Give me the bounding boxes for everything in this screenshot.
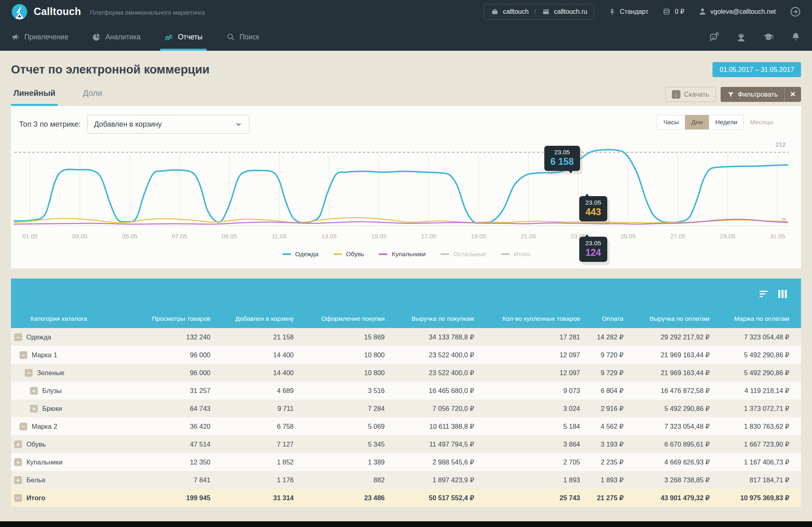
period-button-1[interactable]: Дни: [685, 115, 709, 130]
cell-0: 132 240: [133, 333, 210, 341]
x-axis-labels: 01.0503.0505.0507.0509.0511.0513.0515.05…: [11, 233, 801, 241]
legend-label: Остальные: [453, 251, 486, 258]
cell-3: 23 522 400,0 ₽: [385, 369, 474, 377]
cell-0: 31 257: [133, 387, 210, 395]
cell-6: 29 292 217,92 ₽: [624, 333, 710, 341]
tooltip-date: 23.05: [585, 199, 601, 206]
nav-item-otchety[interactable]: Отчеты: [164, 23, 203, 51]
x-tick-label: 01.05: [22, 233, 38, 240]
cell-2: 10 800: [294, 369, 385, 377]
cell-7: 1 830 763,62 ₽: [710, 423, 789, 430]
chatbot-icon[interactable]: [708, 32, 719, 43]
table-header-cell-4[interactable]: Выручка по покупкам: [385, 315, 474, 322]
collapse-toggle[interactable]: −: [25, 369, 32, 377]
cell-5: 4 562 ₽: [580, 423, 624, 430]
cell-2: 23 486: [294, 494, 385, 502]
download-icon: ↓: [672, 90, 680, 99]
table-row-Брюки: +Брюки64 7439 7117 2847 056 720,0 ₽3 024…: [11, 400, 801, 417]
collapse-toggle[interactable]: −: [19, 351, 27, 359]
nav-item-analitika[interactable]: Аналитика: [92, 23, 141, 51]
cell-3: 23 522 400,0 ₽: [385, 351, 474, 359]
x-tick-label: 19.05: [471, 233, 486, 240]
cell-6: 21 969 163,44 ₽: [624, 369, 710, 377]
cell-4: 5 184: [474, 423, 580, 430]
table-body: −Одежда132 24021 15815 86934 133 788,8 ₽…: [11, 328, 801, 507]
category-label: Марка 1: [32, 351, 57, 359]
table-header-cell-7[interactable]: Выручка по оплатам: [624, 315, 710, 322]
cell-0: 96 000: [133, 369, 210, 377]
cell-3: 50 517 552,4 ₽: [385, 494, 474, 502]
logout-icon[interactable]: [790, 6, 801, 17]
tooltip-value: 124: [585, 247, 601, 258]
cell-4: 12 097: [474, 351, 580, 359]
period-button-2[interactable]: Недели: [709, 115, 744, 130]
download-button[interactable]: ↓ Скачать: [665, 87, 716, 102]
category-label: Итого: [26, 494, 45, 502]
expand-toggle[interactable]: +: [14, 458, 22, 466]
rocket-icon: [608, 8, 616, 16]
cell-4: 25 743: [474, 494, 580, 502]
table-header-cell-5[interactable]: Кол-во купленных товаров: [474, 315, 580, 322]
category-label: Одежда: [26, 333, 51, 341]
plan-menu[interactable]: Стандарт: [608, 8, 649, 16]
collapse-toggle[interactable]: −: [19, 423, 27, 430]
brand[interactable]: Calltouch: [11, 3, 81, 20]
expand-toggle[interactable]: +: [30, 405, 38, 413]
filter-close-button[interactable]: ✕: [784, 87, 801, 102]
legend-item-4[interactable]: Итого: [501, 251, 531, 258]
cell-5: 3 193 ₽: [580, 441, 624, 448]
cell-1: 31 314: [210, 494, 294, 502]
cell-5: 2 916 ₽: [580, 405, 624, 413]
chart-tooltip-2: 23.05124: [579, 237, 607, 262]
table-columns-icon[interactable]: [777, 289, 788, 299]
cell-5: 6 804 ₽: [580, 387, 624, 395]
table-header-cell-6[interactable]: Оплата: [580, 315, 624, 322]
table-header-cell-2[interactable]: Добавлен в корзину: [210, 315, 294, 322]
cell-7: 5 492 290,86 ₽: [710, 369, 789, 377]
account-site: calltouch.ru: [554, 8, 587, 15]
chart-panel: Топ 3 по метрике: Добавлен в корзину Час…: [11, 106, 801, 268]
balance[interactable]: 0 ₽: [662, 7, 684, 16]
table-header-cell-1[interactable]: Просмотры товаров: [133, 315, 210, 322]
x-tick-label: 21.05: [521, 233, 536, 240]
cell-1: 4 689: [210, 387, 294, 395]
expand-toggle[interactable]: +: [14, 476, 22, 484]
filter-button[interactable]: Фильтровать ✕: [721, 87, 801, 102]
legend-item-0[interactable]: Одежда: [282, 251, 318, 258]
collapse-toggle[interactable]: −: [14, 494, 22, 502]
education-icon[interactable]: [763, 31, 774, 43]
notifications-icon[interactable]: [790, 32, 801, 42]
tab-lineynyy[interactable]: Линейный: [11, 89, 58, 106]
support-icon[interactable]: [736, 32, 747, 43]
cell-7: 5 492 290,86 ₽: [710, 351, 789, 359]
x-tick-label: 03.05: [72, 233, 88, 240]
cell-7: 1 373 072,71 ₽: [710, 405, 789, 413]
legend-item-3[interactable]: Остальные: [440, 251, 486, 258]
category-label: Купальники: [26, 458, 63, 466]
nav-item-poisk[interactable]: Поиск: [226, 23, 260, 51]
cell-3: 7 056 720,0 ₽: [385, 405, 474, 413]
cell-6: 5 492 290,86 ₽: [624, 405, 710, 413]
legend-item-2[interactable]: Купальники: [379, 251, 426, 258]
cell-4: 3 024: [474, 405, 580, 413]
user-menu[interactable]: vgoleva@calltouch.net: [698, 7, 776, 16]
expand-toggle[interactable]: +: [30, 387, 38, 395]
table-header-cell-0[interactable]: Категория каталога: [11, 315, 133, 322]
table-header-cell-8[interactable]: Маржа по оплатам: [710, 315, 789, 322]
table-row-Итого: −Итого199 94531 31423 48650 517 552,4 ₽2…: [11, 489, 801, 507]
nav-label: Привлечение: [24, 33, 68, 41]
legend-item-1[interactable]: Обувь: [333, 251, 364, 258]
collapse-toggle[interactable]: −: [14, 333, 22, 341]
tab-doli[interactable]: Доли: [80, 89, 104, 106]
table-header-cell-3[interactable]: Оформление покупки: [294, 315, 385, 322]
cell-6: 21 969 163,44 ₽: [624, 351, 710, 359]
account-switcher[interactable]: calltouch / calltouch.ru: [484, 4, 594, 19]
metric-dropdown[interactable]: Добавлен в корзину: [87, 115, 249, 134]
expand-toggle[interactable]: +: [14, 441, 22, 448]
period-button-0[interactable]: Часы: [657, 115, 685, 130]
table-filter-icon[interactable]: [759, 289, 769, 299]
date-range-badge[interactable]: 01.05.2017 – 31.05.2017: [712, 62, 801, 77]
cell-1: 7 127: [210, 441, 294, 448]
nav-item-privlechenie[interactable]: Привлечение: [11, 23, 68, 51]
chevron-down-icon: [234, 120, 243, 128]
